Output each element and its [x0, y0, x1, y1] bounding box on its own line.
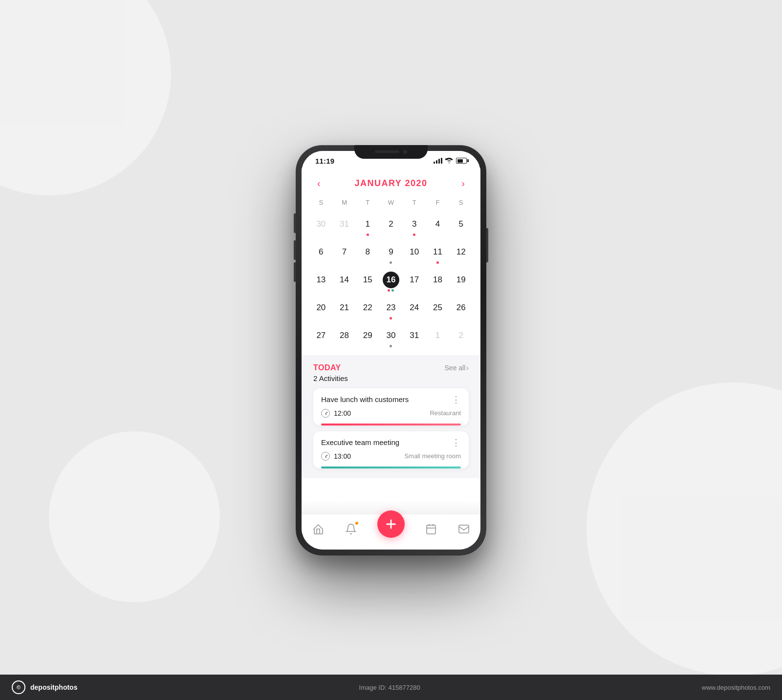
clock-icon-1 [321, 409, 330, 418]
logo-circle: © [12, 680, 25, 694]
cal-day-30[interactable]: 30 [379, 323, 403, 351]
watermark-bar: © depositphotos Image ID: 415877280 www.… [0, 675, 782, 700]
activity-title-2: Executive team meeting [321, 438, 399, 446]
status-icons [434, 158, 467, 164]
cal-day-31-prev[interactable]: 31 [333, 212, 356, 240]
cal-day-30-prev[interactable]: 30 [309, 212, 333, 240]
mail-icon [457, 523, 470, 535]
today-label: TODAY [313, 363, 341, 372]
watermark-url: www.depositphotos.com [702, 684, 770, 691]
cal-day-3[interactable]: 3 [403, 212, 426, 240]
cal-day-7[interactable]: 7 [333, 240, 356, 268]
cal-day-24[interactable]: 24 [403, 296, 426, 323]
nav-add[interactable] [371, 518, 411, 540]
activities-count: 2 Activities [313, 374, 469, 382]
cal-day-31[interactable]: 31 [403, 323, 426, 351]
today-section: TODAY See all › 2 Activities Have lunch … [302, 356, 480, 478]
cal-day-21[interactable]: 21 [333, 296, 356, 323]
image-id: Image ID: 415877280 [359, 684, 420, 691]
activity-location-2: Small meeting room [404, 452, 461, 460]
cal-day-2[interactable]: 2 [379, 212, 403, 240]
cal-day-29[interactable]: 29 [356, 323, 379, 351]
phone-mockup: 11:19 [296, 145, 486, 555]
speaker [375, 150, 399, 153]
notification-badge [354, 521, 359, 526]
cal-day-22[interactable]: 22 [356, 296, 379, 323]
cal-day-6[interactable]: 6 [309, 240, 333, 268]
cal-day-4[interactable]: 4 [426, 212, 450, 240]
see-all-button[interactable]: See all › [445, 364, 469, 372]
activity-location-1: Restaurant [430, 409, 461, 417]
activity-details-1: 12:00 Restaurant [321, 409, 461, 424]
calendar-scroll-area[interactable]: ‹ JANUARY 2020 › S M T W T F S 3 [302, 168, 480, 514]
svg-rect-0 [427, 525, 435, 534]
calendar-icon [425, 523, 437, 535]
cal-day-18[interactable]: 18 [426, 268, 450, 296]
nav-home[interactable] [306, 521, 330, 537]
phone-screen: 11:19 [302, 151, 480, 550]
cal-day-16-today[interactable]: 16 [379, 268, 403, 296]
phone-notch [354, 145, 428, 159]
weekday-sun: S [309, 197, 333, 208]
activity-more-button-1[interactable]: ⋮ [452, 395, 461, 404]
cal-day-1-next[interactable]: 1 [426, 323, 450, 351]
phone-shell: 11:19 [296, 145, 486, 555]
weekday-tue: T [356, 197, 379, 208]
activity-time-1: 12:00 [321, 409, 351, 418]
nav-calendar[interactable] [419, 521, 443, 537]
add-button[interactable] [377, 510, 405, 538]
today-header: TODAY See all › [313, 363, 469, 372]
activity-card-header-2: Executive team meeting ⋮ [321, 438, 461, 447]
cal-day-19[interactable]: 19 [449, 268, 473, 296]
cal-day-15[interactable]: 15 [356, 268, 379, 296]
activity-more-button-2[interactable]: ⋮ [452, 438, 461, 447]
calendar-header: ‹ JANUARY 2020 › [302, 168, 480, 195]
cal-day-12[interactable]: 12 [449, 240, 473, 268]
activity-bar-2 [321, 467, 461, 468]
battery-icon [456, 158, 467, 164]
cal-day-9[interactable]: 9 [379, 240, 403, 268]
calendar-grid: 30 31 1 2 3 4 5 6 7 8 9 10 11 12 13 [302, 210, 480, 356]
activity-bar-1 [321, 424, 461, 425]
activity-details-2: 13:00 Small meeting room [321, 452, 461, 467]
cal-day-28[interactable]: 28 [333, 323, 356, 351]
cal-day-14[interactable]: 14 [333, 268, 356, 296]
weekday-mon: M [333, 197, 356, 208]
brand-name: depositphotos [30, 683, 77, 691]
cal-day-26[interactable]: 26 [449, 296, 473, 323]
cal-day-23[interactable]: 23 [379, 296, 403, 323]
activity-card-lunch[interactable]: Have lunch with customers ⋮ 12:00 Restau… [313, 388, 469, 425]
weekday-fri: F [426, 197, 450, 208]
camera [403, 150, 407, 154]
bottom-nav [302, 514, 480, 550]
nav-mail[interactable] [452, 521, 476, 537]
activity-card-meeting[interactable]: Executive team meeting ⋮ 13:00 Small mee… [313, 431, 469, 468]
weekdays-row: S M T W T F S [302, 195, 480, 210]
cal-day-1[interactable]: 1 [356, 212, 379, 240]
cal-day-2-next[interactable]: 2 [449, 323, 473, 351]
cal-day-5[interactable]: 5 [449, 212, 473, 240]
watermark-logo: © depositphotos [12, 680, 77, 694]
cal-day-8[interactable]: 8 [356, 240, 379, 268]
cal-day-27[interactable]: 27 [309, 323, 333, 351]
cal-day-17[interactable]: 17 [403, 268, 426, 296]
next-month-button[interactable]: › [457, 176, 469, 191]
weekday-wed: W [379, 197, 403, 208]
month-year-label: JANUARY 2020 [354, 178, 427, 189]
weekday-sat: S [449, 197, 473, 208]
wifi-icon [445, 158, 453, 164]
activity-title-1: Have lunch with customers [321, 395, 409, 403]
cal-day-20[interactable]: 20 [309, 296, 333, 323]
clock-icon-2 [321, 452, 330, 461]
cal-day-13[interactable]: 13 [309, 268, 333, 296]
cal-day-11[interactable]: 11 [426, 240, 450, 268]
activity-time-2: 13:00 [321, 452, 351, 461]
activity-card-header-1: Have lunch with customers ⋮ [321, 395, 461, 404]
status-time: 11:19 [315, 157, 334, 165]
cal-day-25[interactable]: 25 [426, 296, 450, 323]
nav-notifications[interactable] [339, 521, 363, 537]
prev-month-button[interactable]: ‹ [313, 176, 325, 191]
cal-day-10[interactable]: 10 [403, 240, 426, 268]
svg-rect-1 [459, 525, 469, 533]
home-icon [312, 523, 325, 535]
